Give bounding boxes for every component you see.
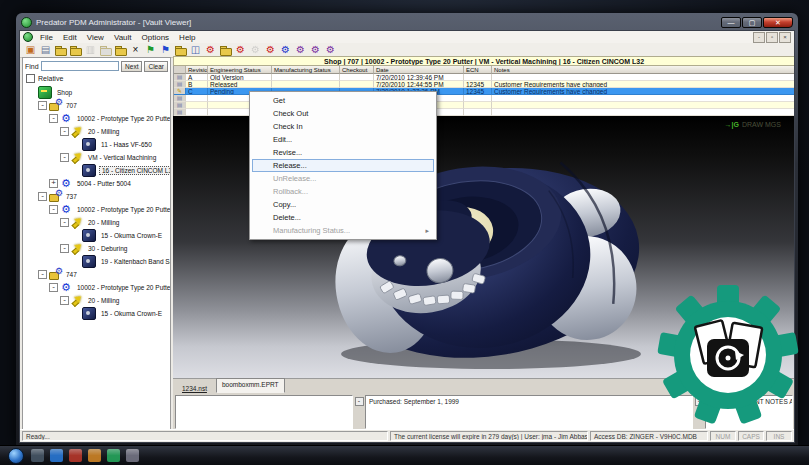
context-menu-check-in[interactable]: Check In [252,120,434,133]
mdi-document-icon [23,32,33,42]
document-list-panel [175,395,353,429]
tree-item[interactable]: 16 - Citizen CINCOM L32 [25,164,170,177]
machine-icon [82,307,96,320]
tree-expander-minus[interactable]: - [38,192,47,201]
taskbar-app-5[interactable] [107,449,120,462]
tree-item[interactable]: -20 - Milling [25,125,170,138]
menu-vault[interactable]: Vault [109,33,137,42]
purchase-collapse-button[interactable]: - [355,397,364,406]
properties-icon[interactable]: ▤ [39,44,52,56]
tree-expander-minus[interactable]: - [49,114,58,123]
tree-expander-minus[interactable]: - [49,205,58,214]
tree-item[interactable]: -20 - Milling [25,294,170,307]
find-input[interactable] [41,61,119,71]
context-menu-copy[interactable]: Copy... [252,198,434,211]
vault-viewer-icon[interactable]: ▣ [24,44,37,56]
tree-item[interactable]: -10002 - Prototype Type 20 Putter [25,112,170,125]
gear-red-1-icon[interactable]: ⚙ [204,44,217,56]
tree-item[interactable]: 19 - Kaltenbach Band Saw [25,255,170,268]
context-menu-get[interactable]: Get [252,94,434,107]
context-menu-edit[interactable]: Edit... [252,133,434,146]
table-cell [492,109,795,116]
tree-expander-plus[interactable]: + [49,179,58,188]
minimize-button[interactable]: — [721,17,741,28]
menu-options[interactable]: Options [137,33,175,42]
tree-expander-minus[interactable]: - [60,296,69,305]
row-icon-cell: ▤ [174,109,186,116]
gear-red-3-icon[interactable]: ⚙ [264,44,277,56]
menu-file[interactable]: File [35,33,58,42]
title-bar[interactable]: Predator PDM Administrator - [Vault View… [19,15,795,30]
tree-expander-minus[interactable]: - [60,127,69,136]
table-cell: 12345 [464,81,492,88]
table-row[interactable]: ▤BReleased7/20/2010 12:44:55 PM12345Cust… [174,81,795,88]
tree-item[interactable]: -747 [25,268,170,281]
close-button[interactable]: ✕ [763,17,793,28]
tree-item[interactable]: +5004 - Putter 5004 [25,177,170,190]
tree-expander-minus[interactable]: - [38,270,47,279]
delete-icon[interactable]: × [129,44,142,56]
mdi-minimize-button[interactable]: - [753,32,765,43]
tree-item[interactable]: -10002 - Prototype Type 20 Putter [25,203,170,216]
context-menu-check-out[interactable]: Check Out [252,107,434,120]
menu-edit[interactable]: Edit [58,33,82,42]
table-cell: Customer Requirements have changed [492,88,795,95]
menu-view[interactable]: View [82,33,109,42]
tree-item[interactable]: -737 [25,190,170,203]
tree-item[interactable]: -30 - Deburing [25,242,170,255]
tree-item[interactable]: -10002 - Prototype Type 20 Putter [25,281,170,294]
mdi-restore-button[interactable]: ▫ [766,32,778,43]
taskbar-app-2[interactable] [50,449,63,462]
context-menu-delete[interactable]: Delete... [252,211,434,224]
paste-icon [99,44,112,56]
context-menu-revise[interactable]: Revise... [252,146,434,159]
gear-purple-1-icon[interactable]: ⚙ [294,44,307,56]
find-next-button[interactable]: Next [121,61,142,72]
table-row[interactable]: ▤AOld Version7/20/2010 12:39:46 PM [174,74,795,81]
purchase-note-panel: Purchased: September 1, 1999 [365,395,693,429]
doc-tab-1[interactable]: 1234.nst [177,384,212,393]
menu-help[interactable]: Help [174,33,200,42]
maximize-button[interactable]: ▢ [742,17,762,28]
taskbar-app-6[interactable] [126,449,139,462]
report-window-icon[interactable]: ◫ [189,44,202,56]
edit-document-icon[interactable] [69,44,82,56]
tree-expander-minus[interactable]: - [60,218,69,227]
open-vault-icon[interactable] [54,44,67,56]
check-out-icon[interactable]: ⚑ [144,44,157,56]
tree-item[interactable]: -20 - Milling [25,216,170,229]
tree-item[interactable]: -707 [25,99,170,112]
find-clear-button[interactable]: Clear [144,61,168,72]
tree-item[interactable]: 15 - Okuma Crown-E [25,229,170,242]
tree-item-label: Shop [55,89,74,96]
tree-expander-minus[interactable]: - [49,283,58,292]
row-icon-cell: ▤ [174,102,186,109]
tree-item-label: 10002 - Prototype Type 20 Putter [75,206,170,213]
gear-purple-2-icon[interactable]: ⚙ [309,44,322,56]
open-folder-icon[interactable] [174,44,187,56]
doc-tab-2[interactable]: boomboxmm.EPRT [216,378,285,393]
tree-item[interactable]: 11 - Haas VF-650 [25,138,170,151]
taskbar-app-1[interactable] [31,449,44,462]
gear-red-2-icon[interactable]: ⚙ [234,44,247,56]
taskbar-app-4[interactable] [88,449,101,462]
gear-purple-3-icon[interactable]: ⚙ [324,44,337,56]
tree-item[interactable]: -VM - Vertical Machining [25,151,170,164]
relative-checkbox[interactable] [26,74,35,83]
mdi-close-button[interactable]: × [779,32,791,43]
tree-expander-minus[interactable]: - [60,244,69,253]
start-button[interactable] [8,448,24,464]
context-menu-unrelease: UnRelease... [252,172,434,185]
check-in-icon[interactable]: ⚑ [159,44,172,56]
context-menu-release[interactable]: Release... [252,159,434,172]
tree-expander-minus[interactable]: - [38,101,47,110]
tree-item[interactable]: Shop [25,86,170,99]
tree-expander-minus[interactable]: - [60,153,69,162]
folder-gear-icon[interactable] [219,44,232,56]
taskbar-app-3[interactable] [69,449,82,462]
tree-item[interactable]: 15 - Okuma Crown-E [25,307,170,320]
tree-item-label: 19 - Kaltenbach Band Saw [99,258,170,265]
new-folder-icon[interactable] [114,44,127,56]
column-header [174,66,186,74]
gear-blue-icon[interactable]: ⚙ [279,44,292,56]
